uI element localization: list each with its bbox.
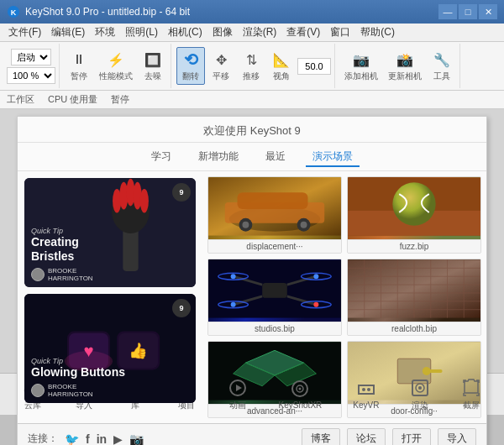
performance-button[interactable]: ⚡ 性能模式 [95, 47, 137, 85]
import-button[interactable]: 导入 [438, 428, 476, 445]
menu-window[interactable]: 窗口 [325, 24, 355, 41]
toolbar-start-section: 启动 100 % [3, 44, 60, 88]
tip-title-1: CreatingBristles [31, 235, 189, 264]
denoiser-button[interactable]: 🔲 去噪 [139, 47, 167, 85]
stop-item[interactable]: 暂停 [108, 92, 133, 107]
svg-rect-21 [238, 192, 308, 209]
quality-dropdown[interactable]: 100 % [7, 67, 55, 84]
window-controls: — □ ✕ [438, 4, 497, 19]
scene-thumb-cloth [348, 259, 480, 322]
scene-card-realcloth[interactable]: realcloth.bip [347, 259, 481, 336]
keyshot-badge-2: 9 [172, 299, 191, 317]
menu-file[interactable]: 文件(F) [3, 24, 46, 41]
tip-avatar-2 [31, 384, 45, 397]
welcome-tabs: 学习 新增功能 最近 演示场景 [18, 143, 486, 171]
add-camera-button[interactable]: 📷 添加相机 [340, 47, 382, 85]
scene-card-studios[interactable]: studios.bip [207, 259, 342, 336]
tip-author-row-2: BROOKEHARRINGTON [31, 383, 189, 398]
push-button[interactable]: ⇅ 推移 [237, 47, 265, 85]
left-panel: Quick Tip CreatingBristles BROOKEHARRING… [18, 171, 202, 423]
screenshot-button[interactable]: 截屏 [454, 374, 488, 415]
scene-card-fuzz[interactable]: fuzz.bip [347, 176, 481, 254]
svg-point-76 [299, 388, 302, 390]
menu-render[interactable]: 渲染(R) [238, 24, 282, 41]
minimize-button[interactable]: — [438, 4, 457, 19]
svg-point-42 [313, 302, 318, 307]
tab-new-features[interactable]: 新增功能 [192, 148, 245, 167]
cpu-item[interactable]: CPU 使用量 [45, 92, 101, 107]
translate-button[interactable]: ⟲ 翻转 [176, 47, 205, 85]
tab-recent[interactable]: 最近 [259, 148, 292, 167]
view-label: 视角 [273, 71, 290, 82]
animation-button[interactable]: 动画 [221, 374, 255, 415]
keyshotxr-label: KeyShotXR [279, 400, 323, 410]
menu-bar: 文件(F) 编辑(E) 环境 照明(L) 相机(C) 图像 渲染(R) 查看(V… [0, 24, 504, 42]
keyshotxr-button[interactable]: KeyShotXR [272, 375, 329, 413]
svg-point-25 [301, 222, 307, 228]
app-icon: K [7, 5, 20, 18]
svg-rect-30 [262, 283, 287, 298]
connect-label: 连接： [28, 432, 58, 445]
denoiser-icon: 🔲 [143, 50, 163, 70]
menu-env[interactable]: 环境 [90, 24, 120, 41]
svg-point-40 [313, 274, 318, 279]
start-dropdown[interactable]: 启动 [11, 49, 51, 65]
pan-label: 平移 [213, 71, 229, 82]
pause-label: 暂停 [71, 71, 87, 82]
tip-content-2: Quick Tip Glowing Buttons BROOKEHARRINGT… [24, 352, 196, 403]
scene-card-displacement[interactable]: displacement··· [207, 176, 342, 254]
menu-light[interactable]: 照明(L) [120, 24, 163, 41]
svg-point-77 [362, 388, 365, 391]
facebook-icon[interactable]: f [86, 432, 90, 446]
close-button[interactable]: ✕ [479, 4, 497, 19]
linkedin-icon[interactable]: in [97, 432, 107, 446]
instagram-icon[interactable]: 📷 [129, 432, 144, 446]
toolbar-control-section: ⏸ 暂停 ⚡ 性能模式 🔲 去噪 [61, 44, 171, 88]
tip-quick-2: Quick Tip [31, 357, 189, 365]
translate-icon: ⟲ [181, 50, 201, 70]
tab-demo-scenes[interactable]: 演示场景 [306, 148, 360, 167]
youtube-icon[interactable]: ▶ [113, 432, 123, 446]
open-button[interactable]: 打开 [392, 428, 431, 445]
view-angle-input[interactable] [297, 58, 331, 75]
pan-icon: ✥ [211, 50, 231, 70]
svg-text:K: K [11, 8, 17, 17]
workarea-item[interactable]: 工作区 [3, 92, 38, 107]
view-button[interactable]: 📐 视角 [267, 47, 296, 85]
pause-button[interactable]: ⏸ 暂停 [65, 47, 93, 85]
keyshotxr-icon [290, 379, 310, 399]
tools-button[interactable]: 🔧 工具 [428, 47, 456, 85]
tab-learn[interactable]: 学习 [144, 148, 178, 167]
quality-dropdown-row: 100 % [7, 67, 55, 84]
menu-camera[interactable]: 相机(C) [163, 24, 207, 41]
forum-button[interactable]: 论坛 [347, 428, 386, 445]
tip-card-bristles[interactable]: Quick Tip CreatingBristles BROOKEHARRING… [24, 178, 196, 287]
welcome-header: 欢迎使用 KeyShot 9 [18, 117, 486, 143]
svg-point-39 [231, 274, 236, 279]
tip-author-2: BROOKEHARRINGTON [48, 383, 93, 398]
twitter-icon[interactable]: 🐦 [65, 432, 79, 446]
connect-bar: 连接： 🐦 f in ▶ 📷 博客 论坛 打开 导入 [18, 423, 486, 445]
animation-label: 动画 [229, 400, 246, 411]
menu-edit[interactable]: 编辑(E) [46, 24, 90, 41]
menu-view[interactable]: 查看(V) [281, 24, 325, 41]
svg-point-41 [231, 302, 236, 307]
welcome-title: 欢迎使用 KeyShot 9 [203, 124, 301, 137]
maximize-button[interactable]: □ [459, 4, 477, 19]
add-camera-label: 添加相机 [344, 71, 378, 82]
scene-label-realcloth: realcloth.bip [348, 322, 480, 335]
tools-label: 工具 [433, 71, 450, 82]
scene-label-studios: studios.bip [208, 322, 341, 335]
keyvr-button[interactable]: KeyVR [346, 375, 386, 413]
pan-button[interactable]: ✥ 平移 [207, 47, 235, 85]
select-camera-button[interactable]: 📸 更新相机 [384, 47, 426, 85]
menu-image[interactable]: 图像 [207, 24, 238, 41]
blog-button[interactable]: 博客 [302, 428, 340, 445]
start-group: 启动 100 % [7, 49, 55, 84]
menu-help[interactable]: 帮助(C) [355, 24, 400, 41]
animation-icon [228, 378, 248, 398]
render-button[interactable]: 渲染 [403, 374, 437, 415]
title-bar: K KeyShot 9.0 Pro - untitled.bip - 64 bi… [0, 0, 504, 24]
tip-title-2: Glowing Buttons [31, 365, 189, 380]
tip-card-glowing[interactable]: ♥ 👍 Quick Tip Glowing Buttons BROO [24, 294, 196, 403]
